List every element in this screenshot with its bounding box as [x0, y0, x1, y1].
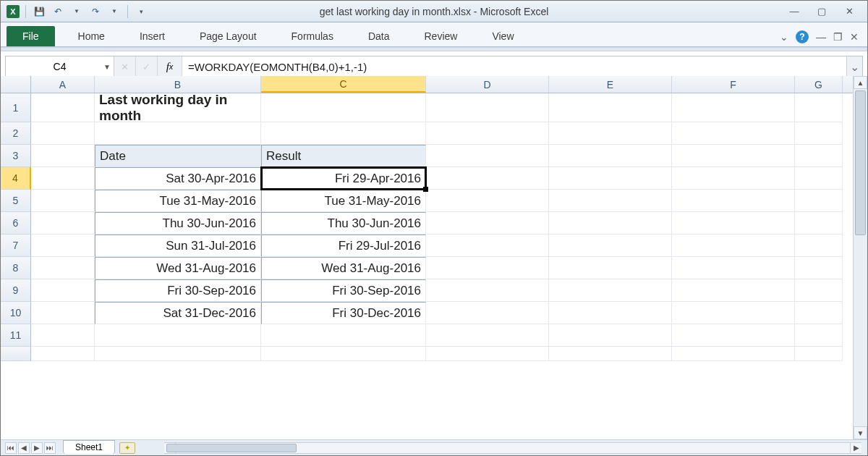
- tab-review[interactable]: Review: [407, 26, 475, 46]
- table-row[interactable]: Fri 30-Sep-2016: [95, 279, 261, 302]
- close-button[interactable]: ✕: [841, 6, 857, 17]
- col-header-g[interactable]: G: [795, 76, 843, 93]
- qat-customize-icon[interactable]: ▾: [134, 4, 148, 19]
- doc-restore-icon[interactable]: ❐: [833, 31, 843, 43]
- cell[interactable]: [426, 324, 549, 347]
- cell[interactable]: [261, 122, 426, 145]
- cell[interactable]: [549, 257, 672, 279]
- enter-formula-icon[interactable]: ✓: [136, 56, 158, 77]
- table-row[interactable]: Sat 31-Dec-2016: [95, 302, 261, 324]
- cancel-formula-icon[interactable]: ✕: [114, 56, 136, 77]
- scroll-down-icon[interactable]: ▼: [854, 426, 867, 439]
- scroll-thumb[interactable]: [855, 90, 866, 235]
- cell[interactable]: [31, 279, 95, 302]
- cell[interactable]: [672, 190, 795, 212]
- row-header-7[interactable]: 7: [1, 235, 31, 257]
- cell[interactable]: [672, 167, 795, 190]
- cell[interactable]: [795, 347, 843, 361]
- row-header-1[interactable]: 1: [1, 93, 31, 122]
- cell[interactable]: [549, 122, 672, 145]
- cell[interactable]: [672, 324, 795, 347]
- sheet-nav-next-icon[interactable]: ▶: [31, 442, 43, 454]
- col-header-e[interactable]: E: [549, 76, 672, 93]
- table-header-result[interactable]: Result: [261, 145, 426, 167]
- cell[interactable]: [795, 279, 843, 302]
- cell[interactable]: [795, 212, 843, 235]
- cell[interactable]: [549, 279, 672, 302]
- col-header-d[interactable]: D: [426, 76, 549, 93]
- tab-formulas[interactable]: Formulas: [274, 26, 351, 46]
- table-row[interactable]: Wed 31-Aug-2016: [95, 257, 261, 279]
- table-row[interactable]: Thu 30-Jun-2016: [95, 212, 261, 235]
- scroll-right-icon[interactable]: ▶: [850, 443, 861, 453]
- new-sheet-button[interactable]: ✦: [119, 442, 135, 454]
- cell[interactable]: [426, 235, 549, 257]
- cell[interactable]: [795, 257, 843, 279]
- cell[interactable]: [426, 212, 549, 235]
- formula-expand-icon[interactable]: ⌄: [846, 56, 862, 77]
- cell[interactable]: [549, 235, 672, 257]
- cell[interactable]: [95, 324, 261, 347]
- cell[interactable]: [426, 190, 549, 212]
- cell[interactable]: [31, 257, 95, 279]
- cell[interactable]: [31, 347, 95, 361]
- tab-view[interactable]: View: [475, 26, 531, 46]
- cell[interactable]: [426, 167, 549, 190]
- table-row[interactable]: Sun 31-Jul-2016: [95, 235, 261, 257]
- cell[interactable]: [672, 347, 795, 361]
- cell[interactable]: [549, 145, 672, 167]
- save-button[interactable]: 💾: [32, 4, 46, 19]
- name-box[interactable]: C4 ▼: [6, 56, 114, 77]
- cell[interactable]: [549, 167, 672, 190]
- cell[interactable]: [95, 122, 261, 145]
- row-header-3[interactable]: 3: [1, 145, 31, 167]
- row-header-2[interactable]: 2: [1, 122, 31, 145]
- table-row[interactable]: Tue 31-May-2016: [95, 190, 261, 212]
- table-row[interactable]: Fri 30-Dec-2016: [261, 302, 426, 324]
- row-header-5[interactable]: 5: [1, 190, 31, 212]
- select-all-corner[interactable]: [1, 76, 31, 93]
- cell[interactable]: [795, 93, 843, 122]
- doc-minimize-icon[interactable]: ―: [816, 31, 826, 43]
- vertical-scrollbar[interactable]: ▲ ▼: [853, 76, 867, 439]
- sheet-nav-last-icon[interactable]: ⏭: [44, 442, 56, 454]
- cell[interactable]: [31, 93, 95, 122]
- name-box-dropdown-icon[interactable]: ▼: [103, 63, 111, 71]
- redo-dropdown-icon[interactable]: ▼: [107, 4, 122, 19]
- cell-title[interactable]: Last working day in month: [95, 93, 261, 122]
- undo-dropdown-icon[interactable]: ▼: [69, 4, 84, 19]
- table-row[interactable]: Fri 30-Sep-2016: [261, 279, 426, 302]
- cell[interactable]: [795, 167, 843, 190]
- spreadsheet-grid[interactable]: A B C D E F G 1 Last working day in mont…: [1, 76, 853, 439]
- cell[interactable]: [426, 145, 549, 167]
- table-row[interactable]: Fri 29-Jul-2016: [261, 235, 426, 257]
- cell[interactable]: [31, 235, 95, 257]
- cell[interactable]: [549, 190, 672, 212]
- row-header-8[interactable]: 8: [1, 257, 31, 279]
- row-header-12[interactable]: [1, 347, 31, 361]
- cell[interactable]: [426, 279, 549, 302]
- file-tab[interactable]: File: [7, 26, 55, 46]
- cell[interactable]: [426, 257, 549, 279]
- cell[interactable]: [672, 145, 795, 167]
- col-header-f[interactable]: F: [672, 76, 795, 93]
- minimize-button[interactable]: ―: [786, 6, 802, 17]
- table-row[interactable]: Wed 31-Aug-2016: [261, 257, 426, 279]
- formula-input[interactable]: =WORKDAY(EOMONTH(B4,0)+1,-1): [182, 56, 846, 77]
- cell[interactable]: [672, 212, 795, 235]
- sheet-tab-active[interactable]: Sheet1: [63, 440, 115, 454]
- undo-button[interactable]: ↶: [51, 4, 65, 19]
- cell[interactable]: [31, 145, 95, 167]
- cell[interactable]: [795, 235, 843, 257]
- tab-data[interactable]: Data: [351, 26, 407, 46]
- insert-function-button[interactable]: fx: [158, 56, 182, 77]
- cell[interactable]: [795, 324, 843, 347]
- cell[interactable]: [549, 93, 672, 122]
- cell[interactable]: [549, 212, 672, 235]
- cell[interactable]: [795, 190, 843, 212]
- cell[interactable]: [261, 93, 426, 122]
- cell[interactable]: [95, 347, 261, 361]
- cell[interactable]: [672, 235, 795, 257]
- table-header-date[interactable]: Date: [95, 145, 261, 167]
- cell[interactable]: [672, 302, 795, 324]
